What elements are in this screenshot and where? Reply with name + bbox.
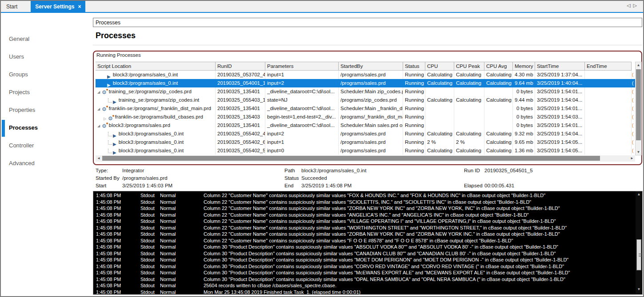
vertical-scroll-thumb[interactable] xyxy=(636,69,641,140)
log-level: Normal xyxy=(160,289,176,295)
process-row[interactable]: ▶block3:/programs/sales_0.int20190325_05… xyxy=(96,147,635,155)
cell-params: begin-test=1,end-test=2,_div... xyxy=(265,113,339,121)
sidebar-item-properties[interactable]: Properties xyxy=(9,107,35,115)
console-scroll-up-icon[interactable]: ▲ xyxy=(636,191,642,198)
cell-cpu: 2 % xyxy=(425,138,454,147)
tab-server-settings[interactable]: Server Settings × xyxy=(31,1,85,12)
cell-script: ▶block3:/programs/sales_0.int xyxy=(96,147,216,155)
log-line: 1:45:08 PMStdoutNormalColumn 22 "Custome… xyxy=(93,212,635,218)
log-stream: Stdout xyxy=(140,192,155,199)
sidebar-item-controller[interactable]: Controller xyxy=(9,142,34,151)
chevron-left-icon[interactable]: ◁ xyxy=(627,3,633,8)
process-row[interactable]: ▷⚙franklin-se:/programs/build_cbases.prd… xyxy=(96,113,635,121)
close-icon[interactable]: × xyxy=(78,4,81,10)
table-vertical-scrollbar[interactable]: ▲ ▼ xyxy=(635,62,642,155)
cell-end xyxy=(585,147,632,155)
log-stream: Stdout xyxy=(140,212,155,218)
log-message: Column 30 "Product Description" contains… xyxy=(204,269,570,276)
column-header-startedby[interactable]: StartedBy xyxy=(339,62,403,70)
cell-script: ◢⚙franklin-se:/programs/_franklin_dist_m… xyxy=(96,104,216,113)
console-scroll-down-icon[interactable]: ▼ xyxy=(636,286,642,293)
log-level: Normal xyxy=(160,282,176,289)
scroll-right-icon[interactable]: ► xyxy=(629,155,635,162)
clipped-column-glyph: ( xyxy=(632,96,635,104)
process-row[interactable]: ▶block3:/programs/sales_0.int20190325_05… xyxy=(96,130,635,138)
process-row[interactable]: ◢⚙training_se:/programs/zip_codes.prd201… xyxy=(96,87,635,96)
sidebar-item-groups[interactable]: Groups xyxy=(9,71,28,80)
sidebar-item-projects[interactable]: Projects xyxy=(9,89,30,98)
cell-memory: 9.44 mb xyxy=(513,96,535,104)
cell-params: _diveline_dataroot=C:\di\sol... xyxy=(265,121,339,130)
log-stream: Stdout xyxy=(140,276,155,283)
log-time: 1:45:08 PM xyxy=(96,225,121,231)
log-level: Normal xyxy=(160,218,176,225)
column-header-runid[interactable]: RunID xyxy=(216,62,265,70)
column-header-params[interactable]: Parameters xyxy=(265,62,339,70)
column-header-script[interactable]: Script Location xyxy=(96,62,216,70)
cell-cpu_peak: Calculating xyxy=(454,71,484,79)
cell-cpu: Calculating xyxy=(425,147,454,155)
cell-script: ▶block3:/programs/sales_0.int xyxy=(96,79,216,87)
column-header-cpu[interactable]: CPU xyxy=(425,62,454,70)
log-console[interactable]: 1:45:08 PMStdoutNormalColumn 22 "Custome… xyxy=(93,191,643,295)
cell-params: input=1 xyxy=(265,138,339,147)
console-vertical-scrollbar[interactable]: ▲ ▼ xyxy=(636,191,642,294)
status-label: Status xyxy=(284,175,299,181)
column-header-end[interactable]: EndTime xyxy=(585,62,632,70)
console-scroll-thumb[interactable] xyxy=(636,239,641,270)
horizontal-scroll-thumb[interactable] xyxy=(102,156,600,161)
cell-start: 3/25/2019 1:54:05... xyxy=(535,138,585,147)
table-horizontal-scrollbar[interactable]: ◄ ► xyxy=(96,155,635,162)
log-stream: Stdout xyxy=(140,257,155,263)
log-line: 1:45:08 PMStdoutNormalColumn 22 "Custome… xyxy=(93,225,635,231)
cell-runid: 20190325_135401 xyxy=(216,121,265,130)
cell-cpu xyxy=(425,121,454,130)
cell-params: _diveline_dataroot=C:\di\sol... xyxy=(265,87,339,96)
column-header-cpu_peak[interactable]: CPU Peak xyxy=(454,62,484,70)
tree-connector xyxy=(108,140,112,145)
process-row[interactable]: ◢⚙franklin-se:/programs/_franklin_dist_m… xyxy=(96,104,635,113)
tree-expanded-icon[interactable]: ◢ xyxy=(97,122,102,130)
run-id-label: Run ID xyxy=(464,168,480,173)
settings-search-input[interactable] xyxy=(93,18,642,27)
tree-expanded-icon[interactable]: ◢ xyxy=(97,88,102,96)
tree-expanded-icon[interactable]: ◢ xyxy=(97,105,102,113)
started-by-value: /programs/sales.prd xyxy=(122,175,168,181)
column-header-status[interactable]: Status xyxy=(403,62,425,70)
log-level: Normal xyxy=(160,238,176,244)
log-line: 1:45:08 PMStdoutNormalColumn 22 "Custome… xyxy=(93,218,635,225)
cell-status: Running xyxy=(403,113,425,121)
cell-script: ◢⚙training_se:/programs/zip_codes.prd xyxy=(96,87,216,96)
end-value: 3/25/2019 1:45:08 PM xyxy=(301,183,352,188)
sidebar-item-general[interactable]: General xyxy=(9,36,29,44)
scroll-down-icon[interactable]: ▼ xyxy=(636,149,641,155)
tree-collapsed-icon[interactable]: ▷ xyxy=(104,115,108,122)
scroll-left-icon[interactable]: ◄ xyxy=(96,155,102,162)
cell-runid: 20190325_135401 xyxy=(216,87,265,96)
sidebar-item-processes[interactable]: Processes xyxy=(9,124,38,133)
column-header-memory[interactable]: Memory xyxy=(513,62,535,70)
column-header-cpu_avg[interactable]: CPU Avg xyxy=(484,62,513,70)
process-row[interactable]: ◢⚙block3:/programs/sales.prd20190325_135… xyxy=(96,121,635,130)
scroll-up-icon[interactable]: ▲ xyxy=(636,62,641,68)
process-row[interactable]: ▶block3:/programs/sales_0.int20190325_05… xyxy=(96,79,635,87)
active-item-indicator xyxy=(2,120,5,137)
chevron-right-icon[interactable]: ▷ xyxy=(633,3,640,8)
log-level: Normal xyxy=(160,212,176,218)
process-row[interactable]: ▶training_se:/programs/zip_codes.int2019… xyxy=(96,96,635,104)
sidebar-item-advanced[interactable]: Advanced xyxy=(9,160,35,169)
cell-script: ▶block3:/programs/sales_0.int xyxy=(96,71,216,79)
log-line: 1:45:08 PMStdoutNormalColumn 22 "Custome… xyxy=(93,238,635,244)
log-time: 1:45:08 PM xyxy=(96,250,121,257)
tab-start[interactable]: Start xyxy=(1,1,23,12)
process-row[interactable]: ▶block3:/programs/sales_0.int20190325_05… xyxy=(96,138,635,147)
tab-start-label: Start xyxy=(6,4,17,10)
cell-params: input=0 xyxy=(265,147,339,155)
process-row[interactable]: ▶block3:/programs/sales_0.int20190325_05… xyxy=(96,71,635,79)
log-level: Normal xyxy=(160,225,176,231)
clipped-column-glyph: ( xyxy=(632,138,635,147)
log-level: Normal xyxy=(160,257,176,263)
cell-end xyxy=(585,96,632,104)
column-header-start[interactable]: StartTime xyxy=(535,62,585,70)
sidebar-item-users[interactable]: Users xyxy=(9,53,24,62)
